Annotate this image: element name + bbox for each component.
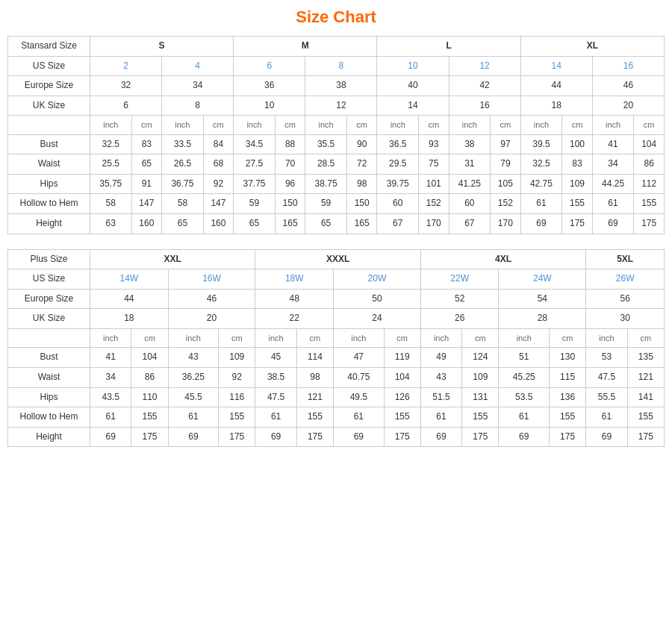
plus-measure-3-2: 61 [168, 407, 219, 428]
std-measure-4-3: 160 [203, 214, 234, 234]
std-measure-1-14: 34 [592, 154, 634, 175]
plus-measure-1-7: 104 [384, 367, 420, 387]
std-sub-15: cm [634, 116, 665, 134]
std-measure-label-1: Waist [8, 154, 90, 175]
plus-measure-4-6: 69 [334, 427, 385, 447]
plus-measure-0-11: 130 [549, 348, 585, 368]
std-measure-4-9: 170 [419, 214, 449, 234]
standard-size-label: Stansard Size [8, 37, 90, 57]
plus-measure-label-1: Waist [8, 367, 90, 387]
chart-title: Size Chart [7, 7, 665, 27]
std-measure-4-13: 175 [562, 214, 593, 234]
plus-measure-2-13: 141 [627, 387, 664, 407]
std-measure-4-6: 65 [305, 214, 347, 234]
plus-measure-1-12: 47.5 [586, 367, 627, 387]
uk-6: 6 [90, 96, 162, 116]
std-sub-0: inch [90, 116, 132, 134]
plus-measure-3-0: 61 [90, 407, 131, 428]
std-measure-4-14: 69 [592, 214, 634, 234]
std-measure-4-10: 67 [449, 214, 491, 234]
std-measure-4-1: 160 [131, 214, 162, 234]
std-measure-4-8: 67 [377, 214, 419, 234]
std-measure-2-11: 105 [491, 174, 521, 194]
plus-measure-3-13: 155 [627, 407, 664, 428]
std-measure-0-7: 90 [346, 134, 377, 154]
us-size-4: 4 [162, 56, 234, 76]
plus-measure-2-7: 126 [384, 387, 420, 407]
plus-measure-2-10: 53.5 [499, 387, 550, 407]
plus-sub-9: cm [462, 329, 499, 348]
eur-40: 40 [377, 76, 449, 96]
std-sub-6: inch [305, 116, 347, 134]
plus-measure-2-6: 49.5 [334, 387, 385, 407]
plus-measure-4-8: 69 [420, 427, 461, 447]
std-measure-2-9: 101 [419, 174, 449, 194]
std-measure-2-2: 36.75 [162, 174, 204, 194]
std-measure-0-15: 104 [634, 134, 665, 154]
std-sub-11: cm [491, 116, 521, 134]
uk-12: 12 [305, 96, 377, 116]
std-measure-0-12: 39.5 [520, 134, 562, 154]
std-measure-3-6: 59 [305, 194, 347, 214]
plus-measure-3-8: 61 [420, 407, 461, 428]
std-sub-1: cm [131, 116, 162, 134]
plus-measure-0-12: 53 [586, 348, 627, 368]
std-measure-3-4: 59 [234, 194, 276, 214]
std-sub-10: inch [449, 116, 491, 134]
plus-sub-0: inch [90, 329, 131, 348]
plus-sub-13: cm [627, 329, 664, 348]
plus-measure-1-2: 36.25 [168, 367, 219, 387]
std-measure-2-6: 38.75 [305, 174, 347, 194]
plus-eur-48: 48 [255, 289, 334, 309]
eur-46: 46 [592, 76, 664, 96]
std-measure-4-7: 165 [346, 214, 377, 234]
plus-measure-0-10: 51 [499, 348, 550, 368]
plus-measure-0-13: 135 [627, 348, 664, 368]
europe-size-label: Europe Size [8, 76, 90, 96]
std-measure-1-5: 70 [275, 154, 305, 175]
plus-sub-11: cm [549, 329, 585, 348]
std-measure-0-10: 38 [449, 134, 491, 154]
std-measure-3-0: 58 [90, 194, 132, 214]
plus-us-18w: 18W [255, 269, 334, 290]
std-measure-1-11: 79 [491, 154, 521, 175]
std-measure-4-0: 63 [90, 214, 132, 234]
plus-measure-1-5: 98 [296, 367, 333, 387]
uk-size-label: UK Size [8, 96, 90, 116]
std-measure-2-8: 39.75 [377, 174, 419, 194]
plus-uk-18: 18 [90, 309, 169, 329]
plus-sub-5: cm [296, 329, 333, 348]
us-size-8: 8 [305, 56, 377, 76]
plus-measure-2-5: 121 [296, 387, 333, 407]
std-measure-0-4: 34.5 [234, 134, 276, 154]
std-measure-4-5: 165 [275, 214, 305, 234]
std-measure-3-13: 155 [562, 194, 593, 214]
size-5xl-header: 5XL [586, 249, 665, 269]
plus-uk-28: 28 [499, 309, 586, 329]
plus-measure-4-5: 175 [296, 427, 333, 447]
plus-measure-2-11: 136 [549, 387, 585, 407]
size-xxxl-header: XXXL [255, 249, 420, 269]
plus-measure-1-1: 86 [131, 367, 168, 387]
plus-measure-0-8: 49 [420, 348, 461, 368]
std-subheader-empty [8, 116, 90, 134]
plus-uk-22: 22 [255, 309, 334, 329]
std-measure-1-0: 25.5 [90, 154, 132, 175]
plus-measure-3-12: 61 [586, 407, 627, 428]
std-measure-2-13: 109 [562, 174, 593, 194]
plus-measure-2-2: 45.5 [168, 387, 219, 407]
standard-size-table: Stansard Size S M L XL US Size 2 4 6 8 1… [7, 36, 665, 234]
std-measure-3-7: 150 [346, 194, 377, 214]
std-measure-1-10: 31 [449, 154, 491, 175]
plus-measure-1-10: 45.25 [499, 367, 550, 387]
std-measure-1-13: 83 [562, 154, 593, 175]
plus-size-table: Plus Size XXL XXXL 4XL 5XL US Size 14W 1… [7, 249, 665, 448]
uk-10: 10 [234, 96, 305, 116]
std-measure-1-2: 26.5 [162, 154, 204, 175]
uk-14: 14 [377, 96, 449, 116]
std-measure-4-11: 170 [491, 214, 521, 234]
plus-measure-0-2: 43 [168, 348, 219, 368]
plus-measure-3-1: 155 [131, 407, 168, 428]
size-s-header: S [90, 37, 234, 57]
plus-sub-7: cm [384, 329, 420, 348]
